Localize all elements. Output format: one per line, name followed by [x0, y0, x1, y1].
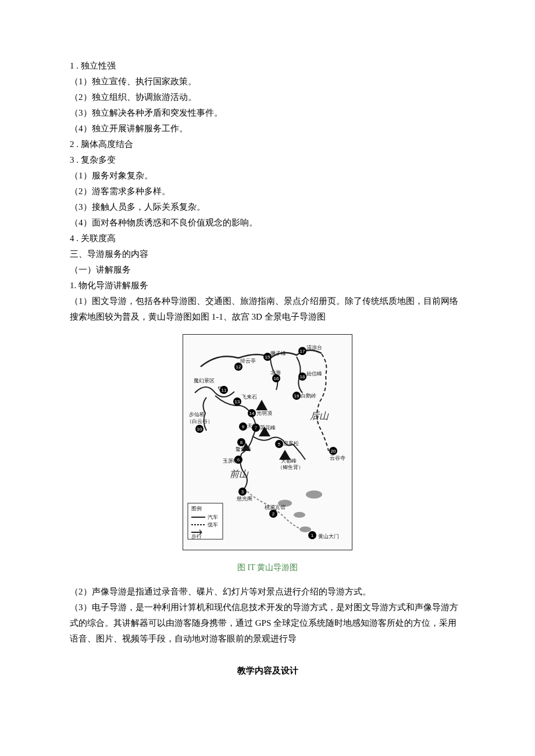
- map-marker: 1: [308, 531, 316, 539]
- list-item: 2 . 脑体高度结合: [70, 137, 465, 152]
- svg-text:1: 1: [311, 533, 314, 538]
- map-marker: 20: [329, 447, 337, 455]
- section-heading: 教学内容及设计: [70, 663, 465, 679]
- paragraph: （2）声像导游是指通过录音带、碟片、幻灯片等对景点进行介绍的导游方式。: [70, 584, 465, 600]
- svg-text:13: 13: [235, 399, 240, 404]
- map-label: 后山: [310, 411, 329, 421]
- map-marker: 9: [239, 422, 247, 431]
- map-svg: 12 15 17 11 16 18 13 19 14 10 9 7 8 5 6 …: [183, 335, 352, 550]
- map-label: 清凉台: [306, 345, 322, 350]
- map-marker: 12: [234, 363, 242, 371]
- svg-text:3: 3: [241, 489, 244, 495]
- list-item: 1 . 独立性强: [70, 58, 465, 74]
- svg-text:8: 8: [240, 440, 243, 445]
- map-label: 天海: [247, 423, 258, 429]
- list-subitem: （2）游客需求多种多样。: [70, 184, 465, 199]
- svg-point-39: [294, 512, 305, 518]
- map-label: 黄山大门: [318, 533, 339, 539]
- legend-item: 缆车: [208, 522, 218, 528]
- map-marker: 10: [195, 425, 204, 433]
- map-label: 大都峰: [281, 458, 297, 464]
- svg-text:14: 14: [249, 411, 255, 416]
- legend-item: 步行: [191, 533, 202, 539]
- svg-text:18: 18: [300, 374, 305, 379]
- map-marker: 5: [275, 440, 283, 448]
- paragraph: （3）电子导游，是一种利用计算机和现代信息技术开发的导游方式，是对图文导游方式和…: [70, 600, 465, 647]
- map-marker: 2: [269, 510, 277, 518]
- map-label: 魔幻景区: [194, 378, 215, 384]
- map-label: 桃源宾馆: [265, 504, 286, 510]
- svg-text:9: 9: [242, 424, 245, 429]
- map-label: 狮子峰: [270, 350, 286, 356]
- list-subitem: （4）面对各种物质诱惑和不良价值观念的影响。: [70, 215, 465, 231]
- svg-text:11: 11: [222, 388, 227, 393]
- list-subitem: （3）独立解决各种矛盾和突发性事件。: [70, 105, 465, 121]
- map-marker: 16: [272, 374, 280, 382]
- map-marker: 8: [237, 438, 245, 446]
- svg-point-41: [299, 526, 311, 532]
- list-subitem: （3）接触人员多，人际关系复杂。: [70, 199, 465, 215]
- list-subitem: （1）服务对象复杂。: [70, 168, 465, 184]
- svg-text:5: 5: [278, 442, 281, 447]
- svg-point-40: [306, 490, 322, 499]
- svg-text:16: 16: [274, 376, 279, 381]
- paragraph: （1）图文导游，包括各种导游图、交通图、旅游指南、景点介绍册页。除了传统纸质地图…: [70, 293, 465, 325]
- legend-item: 汽车: [208, 514, 218, 520]
- map-label: 玉屏楼: [223, 458, 238, 464]
- map-marker: 17: [298, 347, 306, 355]
- map-label: 光明顶: [256, 410, 272, 416]
- subsection-title: （一）讲解服务: [70, 262, 465, 278]
- list-item: 4 . 关联度高: [70, 231, 465, 246]
- svg-text:15: 15: [265, 354, 270, 360]
- map-label: 白鹅岭: [301, 393, 316, 399]
- map-label: 飞来石: [241, 394, 257, 400]
- svg-text:17: 17: [300, 349, 305, 354]
- list-subitem: （2）独立组织、协调旅游活动。: [70, 89, 465, 105]
- list-item: 3 . 复杂多变: [70, 152, 465, 168]
- map-label: 北海: [270, 370, 281, 375]
- section-title: 三、导游服务的内容: [70, 246, 465, 262]
- svg-text:2: 2: [272, 511, 275, 517]
- map-label: 步仙桥: [189, 411, 205, 417]
- figure-map-huangshan: 12 15 17 11 16 18 13 19 14 10 9 7 8 5 6 …: [70, 334, 465, 575]
- map-label: 鳌鱼峰: [236, 446, 251, 452]
- list-subitem: （1）独立宣传、执行国家政策。: [70, 74, 465, 89]
- map-label: 前山: [230, 469, 249, 479]
- map-label: 慈光阁: [236, 496, 252, 501]
- map-marker: 3: [238, 488, 247, 496]
- map-label: 始信峰: [306, 371, 322, 377]
- svg-text:12: 12: [236, 364, 241, 370]
- map-marker: 11: [220, 386, 228, 394]
- svg-text:20: 20: [331, 449, 336, 454]
- legend-title: 图例: [191, 506, 202, 511]
- map-marker: 14: [248, 409, 256, 417]
- map-image: 12 15 17 11 16 18 13 19 14 10 9 7 8 5 6 …: [183, 334, 352, 550]
- svg-text:10: 10: [197, 427, 202, 432]
- map-label: 云谷寺: [330, 455, 345, 461]
- map-marker: 18: [298, 372, 306, 381]
- map-marker: 19: [293, 392, 301, 400]
- list-subitem: （4）独立开展讲解服务工作。: [70, 121, 465, 137]
- map-label: 排云亭: [240, 358, 256, 364]
- map-marker: 13: [233, 397, 241, 406]
- map-label: 迎客松: [283, 440, 299, 446]
- map-label: （鲫鱼背）: [277, 464, 304, 470]
- map-label: 莲花峰: [260, 425, 276, 431]
- figure-caption: 图 IT 黄山导游图: [70, 560, 465, 575]
- map-label: （白云谷）: [187, 418, 213, 424]
- svg-text:19: 19: [294, 393, 299, 399]
- list-item: 1. 物化导游讲解服务: [70, 278, 465, 293]
